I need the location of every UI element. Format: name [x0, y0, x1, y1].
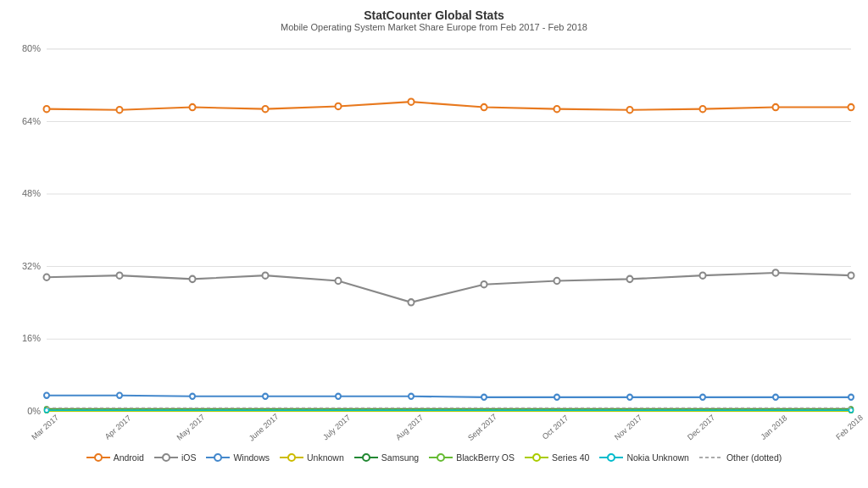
svg-point-49	[117, 393, 122, 398]
ios-line	[47, 273, 851, 302]
sub-title: Mobile Operating System Market Share Eur…	[0, 22, 868, 32]
svg-point-75	[288, 454, 295, 461]
svg-point-28	[336, 103, 342, 109]
svg-point-77	[363, 454, 370, 461]
svg-text:32%: 32%	[22, 260, 41, 270]
legend-item-android: Android	[86, 452, 144, 463]
svg-point-45	[700, 272, 706, 278]
svg-point-79	[437, 454, 444, 461]
svg-text:80%: 80%	[22, 43, 41, 53]
svg-point-51	[263, 394, 268, 399]
svg-text:July 2017: July 2017	[321, 413, 352, 442]
legend-item-unknown: Unknown	[280, 452, 344, 463]
svg-text:Nov 2017: Nov 2017	[613, 413, 643, 441]
svg-point-30	[481, 104, 487, 110]
svg-text:Mar 2017: Mar 2017	[30, 413, 59, 442]
svg-point-37	[117, 272, 123, 278]
svg-point-71	[163, 454, 170, 461]
legend-item-windows: Windows	[206, 452, 270, 463]
svg-text:Sept 2017: Sept 2017	[466, 413, 498, 443]
svg-point-40	[336, 278, 342, 284]
svg-point-53	[409, 394, 414, 399]
windows-line	[47, 396, 851, 397]
svg-text:Dec 2017: Dec 2017	[686, 413, 716, 442]
svg-point-52	[336, 394, 341, 399]
svg-point-31	[554, 106, 560, 112]
svg-text:May 2017: May 2017	[175, 413, 207, 442]
chart-wrapper: 80% 64% 48% 32% 16% 0% Mar 2017 Apr 2017…	[0, 36, 868, 447]
svg-point-43	[554, 278, 560, 284]
svg-text:48%: 48%	[22, 188, 41, 198]
svg-text:Jan 2018: Jan 2018	[760, 413, 789, 441]
svg-point-81	[533, 454, 540, 461]
svg-text:Apr 2017: Apr 2017	[103, 413, 132, 441]
svg-point-47	[849, 272, 854, 278]
legend-label-ios: iOS	[181, 452, 197, 463]
svg-point-34	[773, 104, 779, 110]
legend-label-android: Android	[114, 452, 144, 463]
legend-label-nokia: Nokia Unknown	[626, 452, 689, 463]
svg-point-38	[190, 276, 196, 282]
svg-point-26	[190, 104, 196, 110]
main-chart: 80% 64% 48% 32% 16% 0% Mar 2017 Apr 2017…	[0, 36, 868, 447]
svg-point-55	[554, 395, 559, 400]
chart-container: StatCounter Global Stats Mobile Operatin…	[0, 0, 868, 488]
svg-point-29	[409, 98, 415, 104]
svg-point-73	[214, 454, 221, 461]
svg-point-56	[627, 395, 632, 400]
svg-text:June 2017: June 2017	[248, 412, 280, 442]
svg-point-27	[263, 106, 269, 112]
legend-label-unknown: Unknown	[307, 452, 344, 463]
svg-text:64%: 64%	[22, 115, 41, 125]
svg-point-54	[481, 395, 487, 400]
svg-point-32	[627, 107, 633, 113]
legend-item-ios: iOS	[154, 452, 197, 463]
main-title: StatCounter Global Stats	[0, 8, 868, 22]
svg-point-36	[44, 274, 50, 280]
svg-text:Aug 2017: Aug 2017	[394, 413, 425, 442]
title-area: StatCounter Global Stats Mobile Operatin…	[0, 0, 868, 36]
svg-text:0%: 0%	[27, 406, 41, 416]
svg-point-58	[773, 395, 778, 400]
svg-point-39	[263, 272, 269, 278]
svg-point-42	[481, 281, 487, 287]
svg-point-44	[627, 276, 633, 282]
svg-point-24	[44, 106, 50, 112]
legend-label-windows: Windows	[233, 452, 270, 463]
android-line	[47, 102, 851, 110]
svg-point-83	[608, 454, 615, 461]
legend-item-blackberry: BlackBerry OS	[429, 452, 515, 463]
svg-point-33	[700, 106, 706, 112]
svg-point-59	[849, 395, 854, 400]
svg-point-46	[773, 269, 779, 275]
legend-label-series40: Series 40	[552, 452, 589, 463]
svg-text:16%: 16%	[22, 333, 41, 343]
svg-text:Oct 2017: Oct 2017	[541, 413, 570, 441]
legend-item-nokia: Nokia Unknown	[599, 452, 689, 463]
legend-label-other: Other (dotted)	[726, 452, 782, 463]
legend: Android iOS Windows Unknown	[0, 447, 868, 468]
legend-label-blackberry: BlackBerry OS	[456, 452, 515, 463]
svg-point-35	[849, 104, 854, 110]
svg-text:Feb 2018: Feb 2018	[834, 413, 864, 442]
legend-label-samsung: Samsung	[381, 452, 419, 463]
svg-point-50	[190, 394, 195, 399]
svg-point-25	[117, 107, 123, 113]
svg-point-41	[409, 299, 415, 305]
legend-item-series40: Series 40	[525, 452, 589, 463]
legend-item-samsung: Samsung	[354, 452, 419, 463]
svg-point-48	[44, 393, 49, 398]
legend-item-other: Other (dotted)	[699, 452, 782, 463]
svg-point-69	[95, 454, 102, 461]
svg-point-57	[700, 395, 705, 400]
